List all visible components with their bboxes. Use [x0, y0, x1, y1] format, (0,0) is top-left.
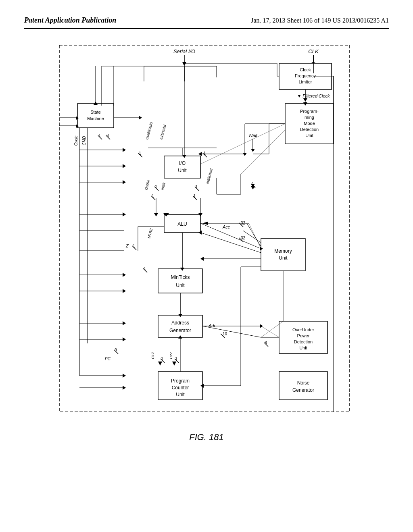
svg-marker-100 [123, 337, 126, 341]
svg-line-116 [200, 223, 261, 249]
svg-marker-90 [123, 212, 126, 216]
cmd-label: CMD [82, 136, 86, 145]
inbitvalid-label: InBitValid [159, 124, 167, 140]
svg-marker-152 [180, 268, 184, 271]
svg-line-111 [200, 124, 285, 164]
svg-text:Generator: Generator [169, 328, 191, 333]
io-unit-label: I/O [179, 160, 186, 166]
svg-marker-70 [158, 362, 162, 366]
page-header: Patent Application Publication Jan. 17, … [24, 16, 389, 29]
svg-text:Unit: Unit [178, 168, 187, 173]
mtrz-label: MTRZ [147, 228, 153, 239]
svg-line-78 [261, 321, 283, 337]
svg-marker-115 [198, 213, 202, 216]
svg-rect-75 [279, 372, 327, 400]
svg-rect-31 [164, 156, 200, 178]
prog-mode-label: Program- [300, 109, 319, 114]
svg-marker-37 [243, 153, 247, 156]
c2z-label: C2Z [169, 352, 173, 359]
svg-text:Unit: Unit [305, 133, 313, 138]
svg-marker-96 [123, 289, 126, 293]
svg-rect-49 [158, 269, 202, 293]
noise-gen-label: Noise [297, 380, 310, 386]
svg-marker-53 [200, 257, 204, 261]
minticks-label: MinTicks [171, 274, 190, 280]
svg-marker-39 [198, 152, 202, 156]
svg-text:Frequency: Frequency [295, 73, 316, 78]
svg-marker-104 [123, 386, 126, 390]
svg-line-66 [261, 326, 279, 337]
svg-marker-162 [139, 116, 142, 120]
svg-marker-158 [198, 231, 202, 235]
state-machine-label: State [90, 110, 101, 114]
svg-rect-18 [77, 104, 114, 128]
svg-line-155 [247, 223, 261, 247]
publication-title: Patent Application Publication [24, 16, 116, 25]
svg-marker-110 [182, 155, 186, 158]
svg-marker-71 [172, 362, 176, 366]
svg-marker-58 [178, 314, 182, 317]
diagram-wrapper: Serial I/O CLK Clock Frequency Limiter [55, 41, 358, 424]
svg-text:ming: ming [305, 115, 314, 120]
svg-text:Generator: Generator [292, 387, 314, 393]
address-gen-label: Address [171, 320, 189, 326]
prog-counter-label: Program [171, 378, 190, 384]
outbit-label: OutBit [144, 180, 150, 191]
outbitvalid-label: OutBitValid [145, 121, 153, 140]
svg-marker-2 [182, 62, 186, 66]
cycle-label: Cycle [74, 135, 78, 145]
svg-marker-86 [123, 164, 126, 168]
inbitused-label: InBitUsed [205, 168, 213, 185]
svg-text:Detection: Detection [300, 127, 319, 132]
figure-label: FIG. 181 [24, 432, 389, 443]
svg-text:Unit: Unit [176, 392, 185, 397]
svg-marker-102 [123, 374, 126, 378]
page: Patent Application Publication Jan. 17, … [0, 0, 413, 532]
filtered-clock-label: ▼ Filtered Clock [297, 94, 330, 98]
svg-text:Unit: Unit [279, 255, 288, 261]
svg-marker-125 [178, 335, 182, 339]
svg-marker-144 [94, 102, 98, 105]
svg-marker-129 [200, 384, 204, 388]
clk-label: CLK [308, 48, 319, 54]
z-label: Z [125, 243, 129, 248]
svg-marker-12 [303, 98, 307, 102]
svg-marker-65 [260, 324, 263, 328]
svg-text:Counter: Counter [172, 385, 189, 391]
svg-text:Unit: Unit [176, 283, 185, 288]
svg-text:Unit: Unit [299, 345, 307, 350]
overunder-label: OverUnder [292, 327, 314, 332]
svg-text:Detection: Detection [294, 339, 313, 344]
alu-label: ALU [177, 221, 187, 227]
diagram-container: Serial I/O CLK Clock Frequency Limiter [24, 41, 389, 424]
wait-label: Wait [248, 133, 258, 138]
memory-unit-label: Memory [274, 248, 292, 254]
svg-rect-54 [158, 315, 202, 337]
svg-marker-4 [186, 62, 313, 66]
svg-marker-94 [123, 273, 126, 277]
circuit-diagram: Serial I/O CLK Clock Frequency Limiter [55, 41, 358, 424]
serial-io-label: Serial I/O [173, 48, 195, 54]
acc-label: Acc [222, 224, 230, 229]
svg-text:Limiter: Limiter [298, 79, 312, 84]
svg-line-148 [241, 130, 285, 174]
svg-text:Mode: Mode [304, 121, 315, 126]
pc-label: PC [105, 357, 111, 361]
bit32-mtrz: 32 [241, 236, 246, 240]
svg-rect-47 [261, 239, 305, 271]
svg-line-131 [202, 326, 261, 337]
svg-line-118 [243, 231, 261, 243]
publication-info: Jan. 17, 2013 Sheet 106 of 149 US 2013/0… [251, 16, 389, 25]
svg-text:Machine: Machine [87, 116, 104, 121]
svg-line-157 [200, 233, 261, 253]
svg-marker-84 [123, 148, 126, 152]
c1z-label: C1Z [151, 352, 155, 359]
svg-marker-113 [154, 213, 158, 216]
svg-marker-98 [123, 321, 126, 325]
svg-marker-136 [303, 102, 307, 106]
bit10-adr: 10 [223, 332, 227, 336]
svg-marker-88 [123, 180, 126, 184]
svg-marker-28 [251, 149, 255, 152]
inbit-label: InBit [160, 182, 166, 190]
clock-freq-limiter-label: Clock [300, 67, 311, 72]
